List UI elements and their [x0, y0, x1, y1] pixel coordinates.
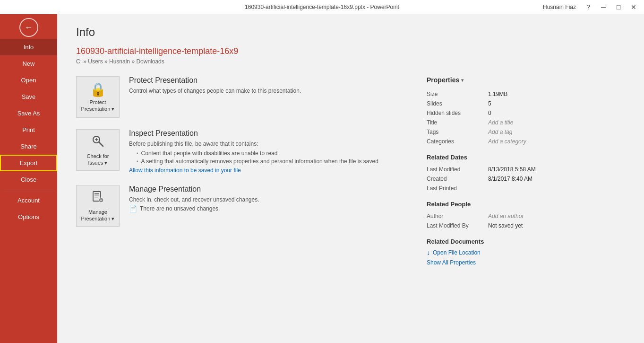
title-bar: 160930-artificial-intelligence-template-…	[0, 0, 644, 14]
doc-icon: 📄	[129, 205, 137, 212]
prop-slides-value: 5	[488, 99, 625, 108]
date-created-label: Created	[427, 174, 488, 184]
inspect-text: Inspect Presentation Before publishing t…	[129, 129, 378, 174]
inspect-title: Inspect Presentation	[129, 129, 378, 138]
allow-info-link[interactable]: Allow this information to be saved in yo…	[129, 167, 241, 174]
svg-line-1	[99, 142, 103, 147]
manage-status: 📄 There are no unsaved changes.	[129, 205, 259, 212]
magnify-icon	[91, 134, 105, 151]
sidebar-item-share[interactable]: Share	[0, 138, 57, 155]
app-body: ← Info New Open Save Save As Print Share…	[0, 14, 644, 343]
check-issues-button[interactable]: Check forIssues ▾	[76, 129, 120, 171]
check-issues-icon-label: Check forIssues ▾	[86, 153, 109, 166]
help-button[interactable]: ?	[582, 0, 595, 14]
sidebar-item-account[interactable]: Account	[0, 192, 57, 209]
sidebar-item-new[interactable]: New	[0, 55, 57, 72]
sidebar-item-save[interactable]: Save	[0, 88, 57, 105]
manage-text: Manage Presentation Check in, check out,…	[129, 185, 259, 214]
sidebar-item-print[interactable]: Print	[0, 122, 57, 138]
prop-title-label: Title	[427, 118, 488, 127]
prop-categories-label: Categories	[427, 137, 488, 146]
properties-table: Size 1.19MB Slides 5 Hidden slides 0 T	[427, 89, 625, 146]
dates-table: Last Modified 8/13/2018 5:58 AM Created …	[427, 165, 625, 193]
svg-rect-5	[94, 193, 99, 194]
person-modified-by: Last Modified By Not saved yet	[427, 221, 625, 230]
properties-header: Properties ▾	[427, 76, 625, 84]
prop-tags-label: Tags	[427, 127, 488, 137]
modified-by-label: Last Modified By	[427, 221, 488, 230]
date-printed-value	[488, 184, 625, 193]
prop-categories-value[interactable]: Add a category	[488, 137, 625, 146]
author-value[interactable]: Add an author	[488, 211, 625, 221]
protect-text: Protect Presentation Control what types …	[129, 76, 301, 96]
prop-slides: Slides 5	[427, 99, 625, 108]
user-name: Husnain Fiaz	[543, 4, 576, 10]
date-created-value: 8/1/2017 8:40 AM	[488, 174, 625, 184]
sidebar-item-close[interactable]: Close	[0, 171, 57, 188]
manage-section: ManagePresentation ▾ Manage Presentation…	[76, 185, 408, 227]
show-all-properties-link[interactable]: Show All Properties	[427, 259, 625, 266]
protect-title: Protect Presentation	[129, 76, 301, 85]
file-title: 160930-artificial-intelligence-template-…	[76, 46, 625, 56]
sidebar-item-open[interactable]: Open	[0, 72, 57, 88]
sidebar: ← Info New Open Save Save As Print Share…	[0, 14, 57, 343]
protect-section: 🔒 ProtectPresentation ▾ Protect Presenta…	[76, 76, 408, 118]
inspect-section: Check forIssues ▾ Inspect Presentation B…	[76, 129, 408, 174]
page-title: Info	[76, 26, 625, 39]
left-column: 🔒 ProtectPresentation ▾ Protect Presenta…	[76, 76, 408, 266]
svg-rect-7	[94, 197, 98, 198]
date-modified-label: Last Modified	[427, 165, 488, 174]
prop-size-value: 1.19MB	[488, 89, 625, 99]
manage-title: Manage Presentation	[129, 185, 259, 193]
prop-size-label: Size	[427, 89, 488, 99]
prop-categories: Categories Add a category	[427, 137, 625, 146]
open-file-location-link[interactable]: ↓ Open File Location	[427, 249, 625, 256]
back-icon: ←	[25, 23, 33, 33]
manage-description: Check in, check out, and recover unsaved…	[129, 196, 259, 203]
content-area: Info 160930-artificial-intelligence-temp…	[57, 14, 644, 343]
properties-caret[interactable]: ▾	[461, 78, 464, 83]
date-created: Created 8/1/2017 8:40 AM	[427, 174, 625, 184]
author-label: Author	[427, 211, 488, 221]
right-column: Properties ▾ Size 1.19MB Slides 5	[427, 76, 625, 266]
manage-presentation-button[interactable]: ManagePresentation ▾	[76, 185, 120, 227]
prop-tags-value[interactable]: Add a tag	[488, 127, 625, 137]
breadcrumb: C: » Users » Husnain » Downloads	[76, 58, 625, 65]
prop-hidden-label: Hidden slides	[427, 108, 488, 118]
date-modified: Last Modified 8/13/2018 5:58 AM	[427, 165, 625, 174]
inspect-bullets: Content that people with disabilities ar…	[137, 150, 378, 165]
date-modified-value: 8/13/2018 5:58 AM	[488, 165, 625, 174]
date-printed: Last Printed	[427, 184, 625, 193]
minimize-button[interactable]: ─	[597, 0, 610, 14]
sidebar-divider	[4, 190, 53, 190]
back-button[interactable]: ←	[19, 18, 38, 37]
people-table: Author Add an author Last Modified By No…	[427, 211, 625, 230]
related-people-header: Related People	[427, 201, 625, 208]
person-author: Author Add an author	[427, 211, 625, 221]
svg-rect-6	[94, 195, 99, 196]
related-dates-header: Related Dates	[427, 154, 625, 161]
date-printed-label: Last Printed	[427, 184, 488, 193]
maximize-button[interactable]: □	[612, 0, 625, 14]
lock-icon: 🔒	[90, 82, 106, 97]
inspect-bullet-2: A setting that automatically removes pro…	[137, 158, 378, 165]
sidebar-item-save-as[interactable]: Save As	[0, 105, 57, 122]
related-docs-header: Related Documents	[427, 238, 625, 245]
protect-description: Control what types of changes people can…	[129, 88, 301, 94]
sidebar-item-export[interactable]: Export	[0, 155, 57, 171]
prop-title-value[interactable]: Add a title	[488, 118, 625, 127]
prop-size: Size 1.19MB	[427, 89, 625, 99]
manage-icon	[91, 190, 105, 207]
protect-button[interactable]: 🔒 ProtectPresentation ▾	[76, 76, 120, 118]
folder-icon: ↓	[427, 249, 430, 256]
manage-icon-label: ManagePresentation ▾	[81, 209, 115, 221]
sidebar-item-options[interactable]: Options	[0, 209, 57, 225]
prop-slides-label: Slides	[427, 99, 488, 108]
modified-by-value: Not saved yet	[488, 221, 625, 230]
sidebar-item-info[interactable]: Info	[0, 39, 57, 55]
inspect-intro: Before publishing this file, be aware th…	[129, 141, 378, 147]
inspect-bullet-1: Content that people with disabilities ar…	[137, 150, 378, 157]
close-button[interactable]: ✕	[627, 0, 640, 14]
protect-icon-label: ProtectPresentation ▾	[81, 99, 115, 112]
prop-tags: Tags Add a tag	[427, 127, 625, 137]
